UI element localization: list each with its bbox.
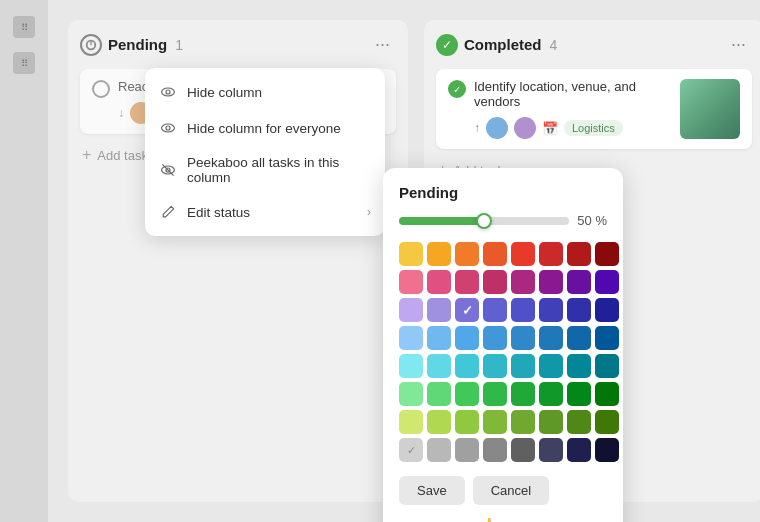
completed-icon: ✓ <box>436 34 458 56</box>
color-swatch[interactable] <box>483 354 507 378</box>
color-swatch[interactable] <box>595 438 619 462</box>
color-swatch[interactable] <box>483 438 507 462</box>
chevron-right-icon: › <box>367 205 371 219</box>
task-image <box>680 79 740 139</box>
color-swatch[interactable] <box>455 326 479 350</box>
color-swatch[interactable] <box>483 410 507 434</box>
color-swatch[interactable] <box>595 354 619 378</box>
color-swatch[interactable] <box>595 298 619 322</box>
color-swatch[interactable] <box>483 242 507 266</box>
color-swatch[interactable] <box>455 410 479 434</box>
color-swatch[interactable] <box>483 326 507 350</box>
color-swatch[interactable] <box>427 354 451 378</box>
color-swatch[interactable] <box>567 326 591 350</box>
color-swatch[interactable] <box>539 410 563 434</box>
svg-point-3 <box>166 90 170 94</box>
completed-menu-button[interactable]: ··· <box>725 32 752 57</box>
column-header-completed: ✓ Completed 4 ··· <box>436 32 752 57</box>
color-swatch[interactable] <box>427 438 451 462</box>
color-swatch[interactable] <box>427 242 451 266</box>
color-swatch[interactable] <box>539 382 563 406</box>
arrow-down-icon: ↓ <box>118 106 124 120</box>
color-swatch[interactable] <box>427 326 451 350</box>
color-swatch[interactable] <box>427 298 451 322</box>
color-swatch[interactable] <box>595 242 619 266</box>
add-task-label: Add task <box>97 148 148 163</box>
color-swatch[interactable] <box>455 382 479 406</box>
color-swatch[interactable] <box>539 326 563 350</box>
color-swatch[interactable] <box>567 242 591 266</box>
svg-point-2 <box>162 88 175 96</box>
menu-item-peekaboo[interactable]: Peekaboo all tasks in this column <box>145 146 385 194</box>
color-swatch[interactable] <box>427 382 451 406</box>
cancel-button[interactable]: Cancel <box>473 476 549 505</box>
color-swatch[interactable] <box>511 326 535 350</box>
color-swatch[interactable] <box>427 410 451 434</box>
color-swatch[interactable] <box>511 382 535 406</box>
color-swatch[interactable] <box>399 382 423 406</box>
color-swatch[interactable] <box>595 382 619 406</box>
color-picker-title: Pending <box>399 184 607 201</box>
color-swatch[interactable] <box>427 270 451 294</box>
completed-task-card[interactable]: ✓ Identify location, venue, and vendors … <box>436 69 752 149</box>
color-swatch[interactable] <box>539 298 563 322</box>
color-swatch[interactable] <box>511 354 535 378</box>
color-swatch[interactable] <box>595 326 619 350</box>
slider-track[interactable] <box>399 217 569 225</box>
color-swatch[interactable] <box>399 242 423 266</box>
pending-title: Pending <box>108 36 167 53</box>
delete-status-button[interactable]: Delete status 👆 <box>399 517 607 522</box>
avatar-purple <box>514 117 536 139</box>
completed-title: Completed <box>464 36 542 53</box>
color-swatch[interactable] <box>483 298 507 322</box>
color-swatch[interactable] <box>567 270 591 294</box>
color-swatch[interactable] <box>399 354 423 378</box>
nav-icon-1[interactable]: ⠿ <box>13 16 35 38</box>
color-swatch[interactable] <box>595 410 619 434</box>
save-button[interactable]: Save <box>399 476 465 505</box>
menu-item-hide-column[interactable]: Hide column <box>145 74 385 110</box>
color-swatch[interactable] <box>511 298 535 322</box>
color-swatch[interactable] <box>595 270 619 294</box>
color-swatch[interactable] <box>399 410 423 434</box>
color-swatch[interactable] <box>539 354 563 378</box>
color-swatch[interactable] <box>567 382 591 406</box>
color-swatch[interactable] <box>511 410 535 434</box>
menu-item-label-2: Hide column for everyone <box>187 121 341 136</box>
popup-actions: Save Cancel <box>399 476 607 505</box>
task-icon <box>92 80 110 98</box>
color-swatch[interactable] <box>455 438 479 462</box>
menu-item-hide-everyone[interactable]: Hide column for everyone <box>145 110 385 146</box>
color-swatch[interactable] <box>511 438 535 462</box>
svg-point-5 <box>166 126 170 130</box>
completed-task-text: Identify location, venue, and vendors <box>474 79 672 109</box>
color-swatch[interactable] <box>455 270 479 294</box>
color-swatch[interactable] <box>455 242 479 266</box>
eye-slash-icon <box>159 161 177 179</box>
eye-everyone-icon <box>159 119 177 137</box>
color-swatch[interactable] <box>567 298 591 322</box>
color-swatch[interactable] <box>399 326 423 350</box>
color-swatch[interactable] <box>483 382 507 406</box>
color-swatch[interactable] <box>539 438 563 462</box>
color-swatch-selected[interactable] <box>455 298 479 322</box>
color-swatch[interactable] <box>455 354 479 378</box>
avatar-blue <box>486 117 508 139</box>
slider-thumb[interactable] <box>476 213 492 229</box>
color-swatch[interactable] <box>511 270 535 294</box>
color-swatch[interactable] <box>539 242 563 266</box>
color-swatch[interactable] <box>539 270 563 294</box>
pending-icon <box>80 34 102 56</box>
color-swatch[interactable] <box>567 354 591 378</box>
nav-icon-2[interactable]: ⠿ <box>13 52 35 74</box>
color-swatch[interactable] <box>567 410 591 434</box>
color-swatch[interactable] <box>483 270 507 294</box>
menu-item-edit-status[interactable]: Edit status › <box>145 194 385 230</box>
color-swatch[interactable] <box>399 270 423 294</box>
color-swatch[interactable] <box>511 242 535 266</box>
color-picker-popup: Pending 50 % <box>383 168 623 522</box>
color-swatch[interactable]: ✓ <box>399 438 423 462</box>
color-swatch[interactable] <box>567 438 591 462</box>
pending-menu-button[interactable]: ··· <box>369 32 396 57</box>
color-swatch[interactable] <box>399 298 423 322</box>
